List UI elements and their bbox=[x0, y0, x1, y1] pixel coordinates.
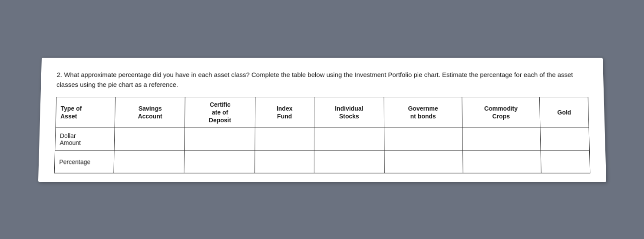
cell-dollar-indiv[interactable] bbox=[314, 128, 384, 151]
table-row-dollar-amount: DollarAmount bbox=[55, 128, 589, 151]
col-header-type-of-asset: Type ofAsset bbox=[55, 97, 115, 128]
question-body: What approximate percentage did you have… bbox=[56, 71, 573, 88]
cell-pct-indiv[interactable] bbox=[314, 151, 384, 173]
page-container: 2. What approximate percentage did you h… bbox=[38, 58, 606, 182]
col-header-savings-account: SavingsAccount bbox=[115, 97, 185, 128]
cell-dollar-gold[interactable] bbox=[540, 128, 589, 151]
table-row-percentage: Percentage bbox=[54, 151, 590, 173]
question-text: 2. What approximate percentage did you h… bbox=[56, 70, 588, 90]
cell-pct-index[interactable] bbox=[254, 151, 314, 173]
table-header-row: Type ofAsset SavingsAccount Certificate … bbox=[55, 97, 588, 128]
cell-pct-certif[interactable] bbox=[184, 151, 254, 173]
cell-dollar-govt[interactable] bbox=[384, 128, 462, 151]
cell-dollar-commod[interactable] bbox=[462, 128, 541, 151]
col-header-gold: Gold bbox=[539, 97, 588, 128]
row-label-dollar-amount: DollarAmount bbox=[55, 128, 115, 151]
cell-pct-savings[interactable] bbox=[114, 151, 185, 173]
cell-dollar-certif[interactable] bbox=[184, 128, 254, 151]
col-header-index-fund: IndexFund bbox=[254, 97, 314, 128]
col-header-individual-stocks: IndividualStocks bbox=[314, 97, 384, 128]
question-number: 2. bbox=[56, 71, 62, 79]
cell-pct-commod[interactable] bbox=[462, 151, 541, 173]
col-header-certificate: Certificate ofDeposit bbox=[185, 97, 255, 128]
cell-pct-govt[interactable] bbox=[384, 151, 462, 173]
col-header-commodity-crops: CommodityCrops bbox=[462, 97, 540, 128]
row-label-percentage: Percentage bbox=[54, 151, 114, 173]
cell-pct-gold[interactable] bbox=[541, 151, 590, 173]
asset-table: Type ofAsset SavingsAccount Certificate … bbox=[54, 97, 590, 174]
col-header-govt-bonds: Government bonds bbox=[384, 97, 462, 128]
cell-dollar-index[interactable] bbox=[254, 128, 314, 151]
cell-dollar-savings[interactable] bbox=[114, 128, 185, 151]
